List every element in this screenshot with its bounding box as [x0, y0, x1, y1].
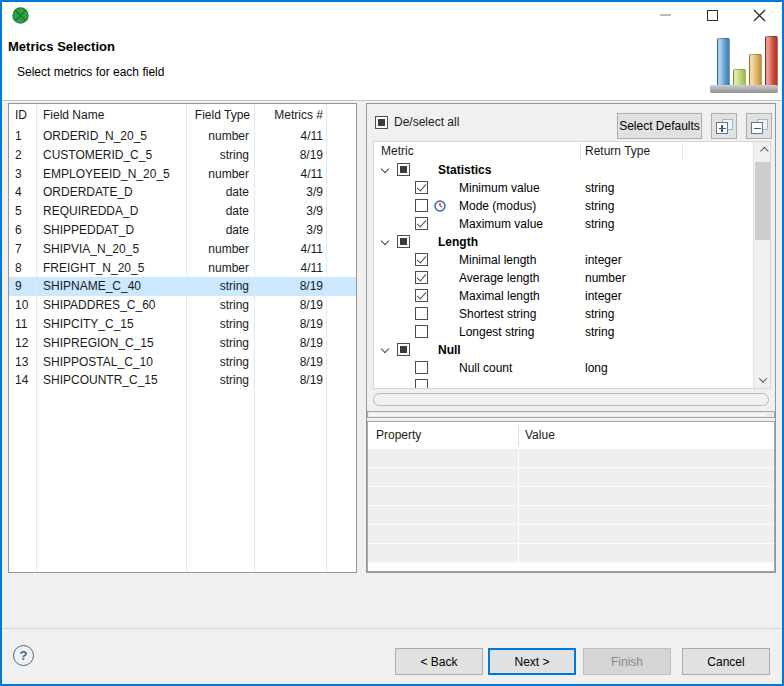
cell-type: string [186, 353, 254, 372]
next-button[interactable]: Next > [488, 648, 576, 675]
item-label: Average length [459, 269, 540, 287]
cell-metrics: 4/11 [254, 240, 326, 259]
cell-name: ORDERID_N_20_5 [36, 127, 186, 146]
collapse-all-icon [751, 119, 768, 134]
cancel-button[interactable]: Cancel [682, 648, 770, 675]
fields-table: ID Field Name Field Type Metrics # 1ORDE… [8, 103, 357, 573]
tree-item-maximal-length[interactable]: Maximal length integer [374, 287, 770, 305]
item-checkbox[interactable] [415, 181, 428, 194]
item-checkbox[interactable] [415, 217, 428, 230]
item-checkbox[interactable] [415, 199, 428, 212]
tree-item-average-length[interactable]: Average length number [374, 269, 770, 287]
item-checkbox[interactable] [415, 325, 428, 338]
cell-id: 13 [9, 353, 36, 372]
table-row[interactable]: 10SHIPADDRES_C_60string8/19 [9, 296, 356, 315]
vertical-scrollbar[interactable] [753, 142, 770, 388]
return-type: integer [585, 251, 622, 269]
metrics-selection-dialog: Metrics Selection Select metrics for eac… [0, 0, 784, 686]
table-row[interactable]: 5REQUIREDDA_Ddate3/9 [9, 202, 356, 221]
item-checkbox[interactable] [415, 379, 428, 389]
expand-all-button[interactable] [711, 113, 737, 139]
item-label: Null count [459, 359, 512, 377]
group-checkbox[interactable] [397, 343, 410, 356]
cell-metrics: 8/19 [254, 296, 326, 315]
cell-id: 9 [9, 277, 36, 296]
cell-metrics: 3/9 [254, 221, 326, 240]
tree-item-maximum-value[interactable]: Maximum value string [374, 215, 770, 233]
table-row[interactable]: 14SHIPCOUNTR_C_15string8/19 [9, 371, 356, 390]
col-header-return-type[interactable]: Return Type [585, 142, 650, 161]
return-type: long [585, 359, 608, 377]
property-table-header: Property Value [368, 422, 774, 449]
col-header-metrics[interactable]: Metrics # [254, 104, 326, 127]
column-separator [186, 104, 187, 572]
cell-type: number [186, 240, 254, 259]
col-header-field-name[interactable]: Field Name [36, 104, 186, 127]
table-row[interactable]: 6SHIPPEDDAT_Ddate3/9 [9, 221, 356, 240]
col-header-metric[interactable]: Metric [381, 142, 414, 161]
table-row[interactable]: 2CUSTOMERID_C_5string8/19 [9, 146, 356, 165]
scrollbar-thumb[interactable] [755, 162, 770, 240]
tree-group-length[interactable]: Length [374, 233, 770, 251]
table-row[interactable]: 8FREIGHT_N_20_5number4/11 [9, 259, 356, 278]
horizontal-scrollbar[interactable] [367, 411, 775, 418]
tree-item-clipped[interactable] [374, 377, 770, 389]
metrics-panel: De/select all Select Defaults Metric Ret… [366, 103, 776, 573]
col-header-property[interactable]: Property [376, 422, 421, 449]
cell-type: number [186, 259, 254, 278]
chevron-down-icon[interactable] [381, 345, 389, 353]
col-header-id[interactable]: ID [9, 104, 36, 127]
item-label: Longest string [459, 323, 534, 341]
cell-name: SHIPCITY_C_15 [36, 315, 186, 334]
cell-name: SHIPNAME_C_40 [36, 277, 186, 296]
col-header-value[interactable]: Value [525, 422, 555, 449]
tree-item-null-count[interactable]: Null count long [374, 359, 770, 377]
group-checkbox[interactable] [397, 163, 410, 176]
tree-group-statistics[interactable]: Statistics [374, 161, 770, 179]
tree-item-minimal-length[interactable]: Minimal length integer [374, 251, 770, 269]
collapse-all-button[interactable] [746, 113, 772, 139]
tree-item-longest-string[interactable]: Longest string string [374, 323, 770, 341]
return-type: integer [585, 287, 622, 305]
cell-type: number [186, 127, 254, 146]
cell-metrics: 4/11 [254, 127, 326, 146]
tree-item-mode-modus[interactable]: Mode (modus) string [374, 197, 770, 215]
cell-type: date [186, 202, 254, 221]
scroll-up-icon[interactable] [754, 142, 771, 159]
item-checkbox[interactable] [415, 307, 428, 320]
help-button[interactable]: ? [13, 645, 34, 666]
item-checkbox[interactable] [415, 253, 428, 266]
maximize-button[interactable] [690, 0, 735, 30]
tree-item-shortest-string[interactable]: Shortest string string [374, 305, 770, 323]
table-row[interactable]: 12SHIPREGION_C_15string8/19 [9, 334, 356, 353]
table-row[interactable]: 4ORDERDATE_Ddate3/9 [9, 183, 356, 202]
scroll-down-icon[interactable] [754, 371, 771, 388]
chevron-down-icon[interactable] [381, 165, 389, 173]
tree-item-minimum-value[interactable]: Minimum value string [374, 179, 770, 197]
table-row[interactable]: 1ORDERID_N_20_5number4/11 [9, 127, 356, 146]
table-row[interactable]: 11SHIPCITY_C_15string8/19 [9, 315, 356, 334]
close-button[interactable] [737, 0, 782, 30]
cell-name: EMPLOYEEID_N_20_5 [36, 165, 186, 184]
item-checkbox[interactable] [415, 271, 428, 284]
cell-metrics: 4/11 [254, 165, 326, 184]
back-button[interactable]: < Back [395, 648, 483, 675]
table-row[interactable]: 13SHIPPOSTAL_C_10string8/19 [9, 353, 356, 372]
table-row-selected[interactable]: 9SHIPNAME_C_40string8/19 [9, 277, 356, 296]
table-row[interactable]: 3EMPLOYEEID_N_20_5number4/11 [9, 165, 356, 184]
scrollbar-thumb[interactable] [369, 413, 765, 416]
group-checkbox[interactable] [397, 235, 410, 248]
deselect-all-checkbox[interactable]: De/select all [375, 115, 459, 129]
cell-metrics: 8/19 [254, 277, 326, 296]
tree-group-null[interactable]: Null [374, 341, 770, 359]
chevron-down-icon[interactable] [381, 237, 389, 245]
fields-table-body: 1ORDERID_N_20_5number4/11 2CUSTOMERID_C_… [9, 127, 356, 390]
cell-id: 12 [9, 334, 36, 353]
table-row[interactable]: 7SHIPVIA_N_20_5number4/11 [9, 240, 356, 259]
select-defaults-button[interactable]: Select Defaults [617, 113, 702, 139]
empty-property-row [368, 506, 774, 525]
item-checkbox[interactable] [415, 361, 428, 374]
col-header-field-type[interactable]: Field Type [186, 104, 254, 127]
item-checkbox[interactable] [415, 289, 428, 302]
cell-name: CUSTOMERID_C_5 [36, 146, 186, 165]
